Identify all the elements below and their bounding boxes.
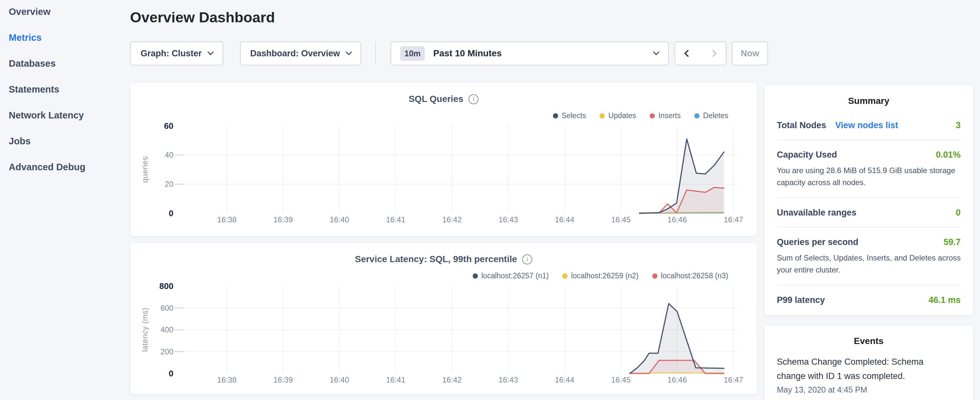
view-nodes-link[interactable]: View nodes list bbox=[835, 120, 899, 131]
x-tick-label: 16:41 bbox=[376, 375, 415, 385]
summary-title: Summary bbox=[777, 85, 961, 106]
sidebar-item-overview[interactable]: Overview bbox=[9, 5, 125, 18]
sql-queries-plot bbox=[130, 83, 757, 236]
sidebar-item-metrics[interactable]: Metrics bbox=[9, 31, 125, 44]
graph-dropdown-label: Graph: Cluster bbox=[140, 49, 202, 59]
summary-panel: Summary Total Nodes View nodes list 3 Ca… bbox=[764, 85, 973, 316]
summary-row-unavailable-ranges: Unavailable ranges 0 bbox=[777, 198, 961, 228]
y-tick-label: 0 bbox=[130, 369, 173, 378]
y-tick-label: 20 bbox=[130, 179, 173, 189]
x-tick-label: 16:47 bbox=[714, 375, 753, 385]
dashboard-dropdown-label: Dashboard: Overview bbox=[250, 49, 340, 59]
x-tick-label: 16:38 bbox=[207, 215, 246, 225]
x-tick-label: 16:43 bbox=[489, 375, 528, 385]
time-range-label: Past 10 Minutes bbox=[433, 48, 502, 59]
graph-dropdown[interactable]: Graph: Cluster bbox=[130, 41, 223, 65]
summary-row-description: You are using 28.6 MiB of 515.9 GiB usab… bbox=[777, 164, 964, 188]
sidebar: OverviewMetricsDatabasesStatementsNetwor… bbox=[9, 5, 125, 186]
events-title: Events bbox=[777, 325, 961, 346]
summary-row-description: Sum of Selects, Updates, Inserts, and De… bbox=[777, 252, 964, 276]
x-tick-label: 16:39 bbox=[264, 375, 302, 385]
sidebar-item-network-latency[interactable]: Network Latency bbox=[9, 109, 125, 122]
summary-row-label: P99 latency bbox=[777, 295, 825, 305]
x-tick-label: 16:41 bbox=[376, 215, 415, 225]
y-tick-label: 800 bbox=[130, 281, 173, 291]
service-latency-plot bbox=[130, 243, 757, 394]
x-tick-label: 16:40 bbox=[320, 375, 359, 385]
y-tick-label: 0 bbox=[130, 209, 173, 218]
summary-row-label: Capacity Used bbox=[777, 150, 837, 160]
event-list-item[interactable]: Schema Change Completed: Schema change w… bbox=[777, 355, 961, 395]
summary-row-label: Unavailable ranges bbox=[777, 208, 856, 218]
x-tick-label: 16:47 bbox=[714, 215, 753, 225]
time-range-selector[interactable]: 10m Past 10 Minutes bbox=[390, 41, 669, 65]
summary-row-value: 0 bbox=[956, 208, 961, 218]
time-range-badge: 10m bbox=[400, 46, 425, 61]
events-panel: Events Schema Change Completed: Schema c… bbox=[764, 325, 973, 400]
x-tick-label: 16:46 bbox=[658, 215, 697, 225]
summary-row-label: Queries per second bbox=[777, 237, 858, 247]
x-tick-label: 16:39 bbox=[264, 215, 302, 225]
sidebar-item-statements[interactable]: Statements bbox=[9, 83, 125, 96]
y-tick-label: 600 bbox=[130, 303, 173, 313]
summary-row-value: 59.7 bbox=[943, 237, 961, 247]
time-step-button-group bbox=[675, 41, 726, 65]
now-button[interactable]: Now bbox=[732, 41, 768, 65]
x-tick-label: 16:45 bbox=[601, 215, 640, 225]
sidebar-item-databases[interactable]: Databases bbox=[9, 57, 125, 70]
controls-divider bbox=[375, 42, 376, 65]
dashboard-dropdown[interactable]: Dashboard: Overview bbox=[240, 41, 361, 65]
x-tick-label: 16:38 bbox=[207, 375, 246, 385]
summary-row-value: 46.1 ms bbox=[929, 295, 961, 305]
time-prev-button[interactable] bbox=[675, 42, 700, 65]
x-tick-label: 16:43 bbox=[489, 215, 528, 225]
summary-row-value: 0.01% bbox=[935, 150, 961, 160]
x-tick-label: 16:42 bbox=[433, 375, 471, 385]
sidebar-item-advanced-debug[interactable]: Advanced Debug bbox=[9, 161, 125, 174]
y-tick-label: 400 bbox=[130, 325, 173, 335]
chevron-down-icon bbox=[207, 49, 214, 55]
summary-row-label: Total Nodes bbox=[777, 120, 826, 131]
x-tick-label: 16:46 bbox=[658, 375, 697, 385]
x-tick-label: 16:40 bbox=[320, 215, 359, 225]
y-tick-label: 40 bbox=[130, 150, 173, 160]
chevron-down-icon bbox=[345, 49, 352, 55]
summary-row-p99-latency: P99 latency 46.1 ms bbox=[777, 285, 961, 314]
x-tick-label: 16:45 bbox=[601, 375, 640, 385]
chevron-left-icon bbox=[684, 50, 692, 57]
service-latency-chart-card: Service Latency: SQL, 99th percentile i … bbox=[130, 243, 757, 394]
summary-row-capacity-used: Capacity Used 0.01% You are using 28.6 M… bbox=[777, 140, 961, 198]
x-tick-label: 16:44 bbox=[545, 215, 584, 225]
chevron-right-icon bbox=[710, 50, 717, 57]
page-title: Overview Dashboard bbox=[130, 9, 275, 26]
y-tick-label: 60 bbox=[130, 121, 173, 131]
event-timestamp: May 13, 2020 at 4:45 PM bbox=[777, 385, 961, 395]
chevron-down-icon bbox=[653, 49, 659, 55]
y-tick-label: 200 bbox=[130, 347, 173, 357]
summary-row-value: 3 bbox=[956, 120, 961, 131]
sql-queries-chart-card: SQL Queries i SelectsUpdatesInsertsDelet… bbox=[130, 83, 757, 236]
sidebar-item-jobs[interactable]: Jobs bbox=[9, 135, 125, 148]
time-next-button[interactable] bbox=[700, 42, 726, 65]
event-text: Schema Change Completed: Schema change w… bbox=[777, 355, 929, 383]
summary-row-queries-per-second: Queries per second 59.7 Sum of Selects, … bbox=[777, 228, 961, 285]
x-tick-label: 16:42 bbox=[433, 215, 471, 225]
x-tick-label: 16:44 bbox=[545, 375, 584, 385]
series-area-localhost-26257-n1 bbox=[630, 304, 724, 373]
summary-row-total-nodes: Total Nodes View nodes list 3 bbox=[777, 111, 961, 140]
